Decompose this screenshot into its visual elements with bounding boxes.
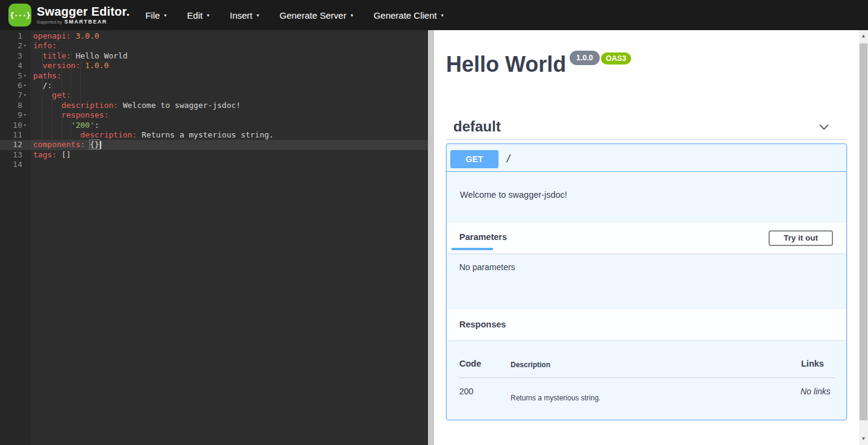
tab-active-indicator (451, 248, 493, 250)
tag-divider (446, 139, 847, 140)
code-text: get: (30, 90, 71, 100)
brand-tagline: Supported by SMARTBEAR (37, 19, 130, 25)
no-parameters-message: No parameters (459, 262, 515, 272)
menu-file[interactable]: File▾ (145, 10, 166, 21)
line-number: 3 (0, 51, 30, 61)
parameters-header: Parameters Try it out (447, 223, 846, 253)
opblock-summary[interactable]: GET / (447, 144, 846, 172)
code-text: title: Hello World (30, 51, 128, 61)
operation-path: / (506, 153, 512, 164)
line-number: 14 (0, 160, 30, 169)
menu-label: Insert (230, 10, 253, 21)
fold-arrow-icon[interactable]: ▾ (24, 121, 27, 130)
menu-generate-client[interactable]: Generate Client▾ (374, 10, 444, 21)
code-text: responses: (30, 110, 108, 120)
menu-label: Generate Server (280, 10, 347, 21)
fold-arrow-icon[interactable]: ▾ (24, 90, 27, 100)
swagger-editor-app: {···} Swagger Editor. Supported by SMART… (0, 0, 868, 445)
line-number: 8 (0, 101, 30, 110)
opblock-get: GET / Welcome to swagger-jsdoc! Paramete… (446, 144, 847, 420)
caret-down-icon: ▾ (441, 13, 444, 18)
code-text: openapi: 3.0.0 (30, 31, 99, 41)
caret-down-icon: ▾ (164, 13, 166, 18)
chevron-down-icon[interactable] (818, 121, 830, 133)
code-text: paths: (30, 71, 61, 81)
vertical-scrollbar[interactable]: ▲ ▼ (859, 30, 868, 445)
braces-icon: {···} (10, 11, 30, 20)
response-description: Returns a mysterious string. (511, 394, 600, 402)
code-text: version: 1.0.0 (30, 61, 108, 71)
code-line-8: 8 description: Welcome to swagger-jsdoc! (0, 101, 428, 110)
menu-label: File (145, 10, 160, 21)
fold-arrow-icon[interactable]: ▾ (24, 41, 27, 51)
responses-header: Responses (447, 309, 846, 340)
line-number: 9▾ (0, 110, 30, 120)
code-text: tags: [] (30, 150, 71, 160)
fold-arrow-icon[interactable]: ▾ (24, 71, 27, 81)
code-line-6: 6▾ /: (0, 81, 428, 90)
code-text: description: Welcome to swagger-jsdoc! (30, 101, 241, 110)
scroll-down-icon[interactable]: ▼ (859, 434, 868, 444)
caret-down-icon: ▾ (207, 13, 209, 18)
code-line-14: 14 (0, 160, 428, 169)
try-it-out-button[interactable]: Try it out (769, 230, 833, 246)
line-number: 13 (0, 150, 30, 160)
app-title: Swagger Editor. (37, 5, 130, 18)
line-number: 10▾ (0, 121, 30, 130)
code-line-10: 10▾ '200': (0, 121, 428, 130)
line-number: 11 (0, 130, 30, 140)
line-number: 1 (0, 31, 30, 41)
response-links: No links (800, 387, 831, 396)
menu-insert[interactable]: Insert▾ (230, 10, 259, 21)
code-line-1: 1openapi: 3.0.0 (0, 31, 428, 41)
scroll-up-icon[interactable]: ▲ (859, 31, 868, 41)
fold-arrow-icon[interactable]: ▾ (24, 81, 27, 90)
text-cursor (100, 141, 101, 149)
caret-down-icon: ▾ (351, 13, 353, 18)
code-text (30, 160, 33, 169)
brand: Swagger Editor. Supported by SMARTBEAR (37, 5, 130, 25)
code-text: /: (30, 81, 52, 90)
responses-col-code: Code (459, 359, 481, 368)
line-number: 12 (0, 140, 30, 150)
version-badge: 1.0.0 (570, 51, 600, 65)
line-number: 7▾ (0, 90, 30, 100)
responses-col-links: Links (801, 359, 824, 368)
menu-label: Edit (187, 10, 203, 21)
code-line-9: 9▾ responses: (0, 110, 428, 120)
code-text: info: (30, 41, 57, 51)
top-menu-bar: {···} Swagger Editor. Supported by SMART… (0, 0, 868, 30)
scrollbar-thumb[interactable] (860, 43, 867, 420)
code-line-12: 12components: {} (0, 140, 428, 150)
menu-edit[interactable]: Edit▾ (187, 10, 209, 21)
code-line-5: 5▾paths: (0, 71, 428, 81)
line-number: 2▾ (0, 41, 30, 51)
line-number: 5▾ (0, 71, 30, 81)
responses-title: Responses (459, 320, 506, 329)
tag-title: default (453, 118, 501, 135)
pane-splitter[interactable] (428, 30, 434, 445)
code-line-4: 4 version: 1.0.0 (0, 61, 428, 71)
yaml-code-editor[interactable]: 1openapi: 3.0.02▾info:3 title: Hello Wor… (0, 30, 428, 445)
caret-down-icon: ▾ (257, 13, 259, 18)
code-text: '200': (30, 121, 99, 130)
code-line-7: 7▾ get: (0, 90, 428, 100)
tag-section-default[interactable]: default (446, 116, 847, 139)
code-lines: 1openapi: 3.0.02▾info:3 title: Hello Wor… (0, 31, 428, 169)
code-line-3: 3 title: Hello World (0, 51, 428, 61)
response-code: 200 (459, 387, 473, 396)
swagger-logo-icon: {···} (8, 4, 31, 27)
code-text: description: Returns a mysterious string… (30, 130, 274, 140)
oas3-badge: OAS3 (601, 52, 631, 65)
line-number: 6▾ (0, 81, 30, 90)
code-line-13: 13tags: [] (0, 150, 428, 160)
fold-arrow-icon[interactable]: ▾ (24, 110, 27, 120)
line-number: 4 (0, 61, 30, 71)
code-text: components: {} (30, 140, 101, 150)
tab-parameters[interactable]: Parameters (459, 232, 507, 242)
code-line-2: 2▾info: (0, 41, 428, 51)
menu-generate-server[interactable]: Generate Server▾ (280, 10, 353, 21)
swagger-ui-preview: Hello World 1.0.0 OAS3 default GET / Wel… (434, 30, 859, 445)
api-title: Hello World (446, 52, 566, 77)
responses-col-description: Description (511, 361, 550, 369)
